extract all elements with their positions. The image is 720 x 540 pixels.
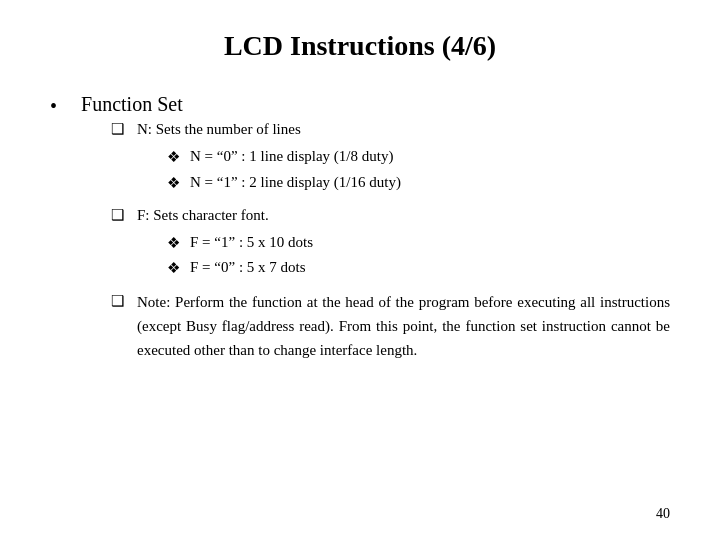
page-number: 40 <box>656 506 670 522</box>
f-sub-text-1: F = “1” : 5 x 10 dots <box>190 231 313 254</box>
f-sub-item-2: ❖ F = “0” : 5 x 7 dots <box>167 256 670 279</box>
n-sub-item-1: ❖ N = “0” : 1 line display (1/8 duty) <box>167 145 670 168</box>
n-label: N: Sets the number of lines <box>137 118 670 141</box>
q-marker-3: ❑ <box>111 292 127 310</box>
n-sub-text-2: N = “1” : 2 line display (1/16 duty) <box>190 171 401 194</box>
q-content-n: N: Sets the number of lines ❖ N = “0” : … <box>137 118 670 196</box>
note-text: Note: Perform the function at the head o… <box>137 290 670 362</box>
function-set-label: Function Set <box>81 90 670 118</box>
bullet-marker: • <box>50 92 57 120</box>
n-sub-items: ❖ N = “0” : 1 line display (1/8 duty) ❖ … <box>167 145 670 194</box>
q-item-n: ❑ N: Sets the number of lines ❖ N = “0” … <box>111 118 670 196</box>
q-content-note: Note: Perform the function at the head o… <box>137 290 670 362</box>
q-marker-2: ❑ <box>111 206 127 224</box>
f-sub-text-2: F = “0” : 5 x 7 dots <box>190 256 306 279</box>
f-sub-items: ❖ F = “1” : 5 x 10 dots ❖ F = “0” : 5 x … <box>167 231 670 280</box>
f-label: F: Sets character font. <box>137 204 670 227</box>
sub-marker-1: ❖ <box>167 148 180 166</box>
q-marker-1: ❑ <box>111 120 127 138</box>
n-sub-text-1: N = “0” : 1 line display (1/8 duty) <box>190 145 393 168</box>
q-item-f: ❑ F: Sets character font. ❖ F = “1” : 5 … <box>111 204 670 282</box>
q-content-f: F: Sets character font. ❖ F = “1” : 5 x … <box>137 204 670 282</box>
main-bullet: • Function Set ❑ N: Sets the number of l… <box>50 90 670 370</box>
main-content: Function Set ❑ N: Sets the number of lin… <box>81 90 670 370</box>
slide: LCD Instructions (4/6) • Function Set ❑ … <box>0 0 720 540</box>
slide-title: LCD Instructions (4/6) <box>50 30 670 62</box>
q-item-note: ❑ Note: Perform the function at the head… <box>111 290 670 362</box>
n-sub-item-2: ❖ N = “1” : 2 line display (1/16 duty) <box>167 171 670 194</box>
sub-marker-2: ❖ <box>167 174 180 192</box>
sub-marker-3: ❖ <box>167 234 180 252</box>
f-sub-item-1: ❖ F = “1” : 5 x 10 dots <box>167 231 670 254</box>
sub-marker-4: ❖ <box>167 259 180 277</box>
